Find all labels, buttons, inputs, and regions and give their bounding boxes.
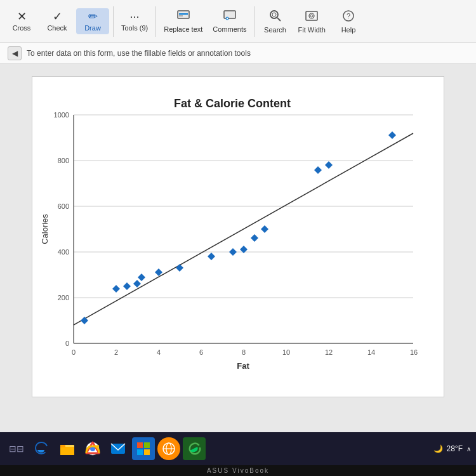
svg-point-11 <box>310 15 313 17</box>
search-icon <box>269 10 282 24</box>
data-point-8 <box>208 253 215 260</box>
check-tool-label: Check <box>47 24 67 32</box>
svg-rect-9 <box>306 11 317 20</box>
taskbar: ⊟⊟ <box>0 432 476 465</box>
cross-tool-button[interactable]: ✕ Cross <box>5 8 38 34</box>
x-tick-8: 8 <box>242 348 246 356</box>
y-tick-600: 600 <box>58 202 69 210</box>
cross-tool-label: Cross <box>13 24 31 32</box>
toolbar: ✕ Cross ✓ Check ✏ Draw ··· Tools (9) Rep… <box>0 0 476 43</box>
data-point-7 <box>176 264 183 272</box>
check-icon: ✓ <box>53 11 62 22</box>
fit-width-button[interactable]: Fit Width <box>294 7 329 36</box>
svg-point-19 <box>91 447 95 451</box>
weather-icon: 🌙 <box>433 444 443 453</box>
comments-button[interactable]: Comments <box>209 8 250 36</box>
y-tick-200: 200 <box>58 294 69 301</box>
x-axis-label: Fat <box>237 361 249 371</box>
chart-svg: Fat & Calorie Content Calories 1000 800 … <box>39 89 426 381</box>
cross-icon: ✕ <box>17 11 27 22</box>
data-point-5 <box>138 274 145 281</box>
help-icon: ? <box>342 10 355 24</box>
toolbar-separator-3 <box>255 6 255 37</box>
y-tick-400: 400 <box>58 248 69 256</box>
edge-green-icon[interactable] <box>183 437 206 460</box>
data-point-4 <box>133 280 141 288</box>
info-bar: ◀ To enter data on this form, use the fi… <box>0 43 476 63</box>
draw-tool-button[interactable]: ✏ Draw <box>76 8 109 34</box>
x-tick-0: 0 <box>72 348 76 356</box>
tools-icon: ··· <box>130 11 140 22</box>
data-point-9 <box>229 248 237 256</box>
toolbar-separator-2 <box>155 6 156 37</box>
taskbar-expand-icon[interactable]: ∧ <box>466 446 471 453</box>
x-tick-6: 6 <box>199 348 203 356</box>
file-explorer-icon[interactable] <box>56 437 79 460</box>
main-content: Fat & Calorie Content Calories 1000 800 … <box>0 63 476 432</box>
fit-width-label: Fit Width <box>298 26 326 34</box>
mail-icon[interactable] <box>107 437 129 460</box>
svg-rect-21 <box>137 442 143 448</box>
replace-text-icon <box>177 10 190 23</box>
draw-icon: ✏ <box>88 11 98 22</box>
windows-store-icon[interactable] <box>132 437 155 460</box>
svg-text:?: ? <box>347 12 350 20</box>
fit-width-icon <box>305 10 318 24</box>
trend-line <box>74 133 413 325</box>
x-tick-12: 12 <box>325 348 333 356</box>
laptop-label: ASUS VivoBook <box>0 465 476 476</box>
x-tick-14: 14 <box>367 348 375 356</box>
tools-label: Tools (9) <box>121 24 148 32</box>
svg-rect-2 <box>179 15 183 17</box>
chrome-icon[interactable] <box>81 437 104 460</box>
svg-rect-24 <box>144 449 150 455</box>
check-tool-button[interactable]: ✓ Check <box>41 8 74 34</box>
x-tick-10: 10 <box>282 348 290 356</box>
data-point-2 <box>112 285 120 293</box>
data-point-3 <box>123 282 131 290</box>
comments-label: Comments <box>213 25 246 33</box>
svg-rect-16 <box>60 445 65 447</box>
svg-point-10 <box>309 13 314 18</box>
replace-text-button[interactable]: Replace text <box>160 8 206 36</box>
taskbar-right: 🌙 28°F ∧ <box>433 444 471 453</box>
x-tick-4: 4 <box>157 348 161 356</box>
svg-point-8 <box>272 13 276 17</box>
data-point-13 <box>314 166 322 174</box>
x-tick-2: 2 <box>114 348 118 356</box>
x-tick-16: 16 <box>410 348 418 356</box>
data-point-14 <box>325 161 333 169</box>
svg-point-6 <box>270 11 278 18</box>
toolbar-separator-1 <box>113 6 114 37</box>
taskbar-wrapper: ⊟⊟ <box>0 432 476 476</box>
help-label: Help <box>341 26 356 34</box>
globe-icon[interactable] <box>157 437 180 460</box>
search-label: Search <box>264 26 286 34</box>
data-point-15 <box>388 131 396 139</box>
svg-rect-22 <box>144 442 150 448</box>
svg-rect-15 <box>60 447 74 455</box>
data-point-12 <box>261 225 268 233</box>
replace-text-label: Replace text <box>164 25 202 33</box>
y-tick-1000: 1000 <box>54 111 69 119</box>
edge-blue-icon[interactable] <box>30 437 53 460</box>
y-tick-800: 800 <box>58 157 69 164</box>
info-message: To enter data on this form, use the fill… <box>27 49 251 58</box>
back-button[interactable]: ◀ <box>8 46 22 60</box>
svg-rect-23 <box>137 449 143 455</box>
chart-container: Fat & Calorie Content Calories 1000 800 … <box>32 76 444 397</box>
svg-rect-3 <box>224 11 235 18</box>
help-button[interactable]: ? Help <box>332 7 365 36</box>
chart-title: Fat & Calorie Content <box>174 97 291 110</box>
task-view-icon[interactable]: ⊟⊟ <box>5 437 28 460</box>
search-button[interactable]: Search <box>259 7 292 36</box>
data-point-11 <box>251 234 258 242</box>
tools-button[interactable]: ··· Tools (9) <box>117 8 152 34</box>
svg-point-5 <box>227 17 228 18</box>
comments-icon <box>223 10 236 23</box>
draw-tool-label: Draw <box>84 24 101 32</box>
svg-line-7 <box>277 18 281 21</box>
y-axis-label: Calories <box>40 214 50 244</box>
y-tick-0: 0 <box>65 340 69 347</box>
weather-temp: 28°F <box>447 444 463 453</box>
